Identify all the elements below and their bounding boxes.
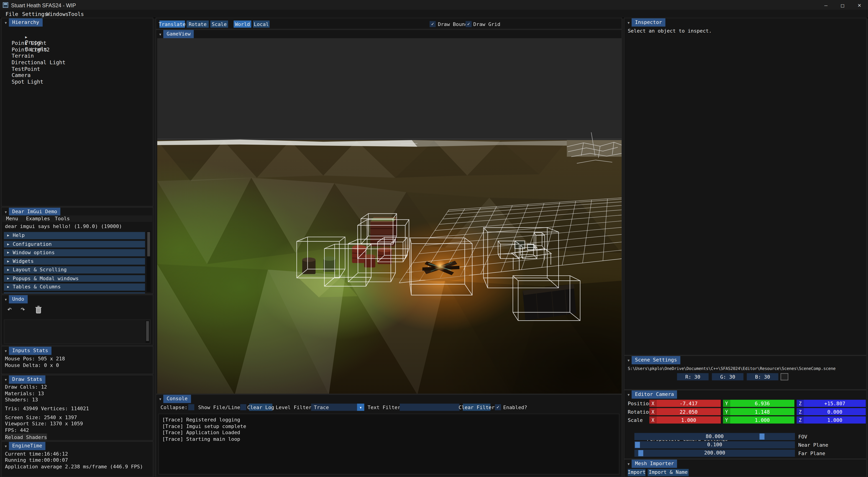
scale-y-field[interactable]: 1.000 <box>730 416 795 424</box>
tab-draw-stats[interactable]: Draw Stats <box>9 375 45 383</box>
fov-slider[interactable]: 80.000 <box>634 433 795 440</box>
demo-section-configuration[interactable]: ▶Configuration <box>4 241 145 247</box>
chevron-down-icon[interactable]: ▼ <box>3 297 9 301</box>
local-space-button[interactable]: Local <box>253 21 270 28</box>
clear-filter-button[interactable]: Clear Filter <box>463 404 491 411</box>
slider-grab[interactable] <box>760 434 765 440</box>
tree-item-spot-light[interactable]: Spot Light <box>11 79 43 85</box>
tab-imgui-demo[interactable]: Dear ImGui Demo <box>9 207 61 215</box>
draw-bounds-checkbox[interactable]: ✓ <box>430 21 436 27</box>
position-y-field[interactable]: 6.936 <box>730 400 795 407</box>
world-space-button[interactable]: World <box>234 21 251 28</box>
scale-z-field[interactable]: 1.000 <box>804 416 866 424</box>
scale-button[interactable]: Scale <box>211 21 228 28</box>
demo-section-inputs[interactable]: ▶Inputs & Focus <box>4 292 145 294</box>
near-plane-slider[interactable]: 0.100 <box>634 441 795 448</box>
rotate-button[interactable]: Rotate <box>187 21 209 28</box>
tab-inspector[interactable]: Inspector <box>631 18 665 26</box>
minimize-button[interactable]: – <box>818 0 834 10</box>
rotation-x-axis[interactable]: X <box>649 408 657 415</box>
tree-item-terrain[interactable]: Terrain <box>11 53 34 59</box>
rotation-y-axis[interactable]: Y <box>723 408 730 415</box>
chevron-down-icon[interactable]: ▼ <box>157 32 163 36</box>
demo-scrollbar[interactable] <box>147 231 151 292</box>
clear-color-swatch[interactable] <box>780 373 788 380</box>
chevron-down-icon[interactable]: ▼ <box>3 349 9 352</box>
tab-gameview[interactable]: GameView <box>163 30 194 38</box>
far-plane-slider[interactable]: 200.000 <box>634 450 795 456</box>
scale-x-field[interactable]: 1.000 <box>657 416 721 424</box>
tree-item-point-light2[interactable]: Point Light2 <box>11 47 50 53</box>
chevron-down-icon[interactable]: ▼ <box>157 396 163 400</box>
rotation-z-axis[interactable]: Z <box>797 408 804 415</box>
tab-editor-camera[interactable]: Editor Camera <box>631 390 677 398</box>
maximize-button[interactable]: □ <box>834 0 851 10</box>
undo-scrollbar[interactable] <box>146 321 149 342</box>
demo-menu-examples[interactable]: Examples <box>26 216 50 221</box>
enabled-checkbox[interactable]: ✓ <box>495 404 501 410</box>
clear-color-g-slider[interactable]: G: 30 <box>712 373 744 380</box>
collapse-checkbox[interactable] <box>188 404 194 410</box>
trash-icon[interactable] <box>35 306 42 314</box>
chevron-down-icon[interactable]: ▼ <box>625 358 631 362</box>
chevron-down-icon[interactable]: ▼ <box>3 377 9 381</box>
menu-settings[interactable]: Settings <box>22 11 48 17</box>
tab-undo[interactable]: Undo <box>9 295 28 303</box>
translate-button[interactable]: Translate <box>159 21 185 28</box>
tab-engine-time[interactable]: EngineTime <box>9 442 45 450</box>
chevron-down-icon[interactable]: ▼ <box>3 210 9 213</box>
chevron-down-icon[interactable]: ▼ <box>3 444 9 448</box>
tab-inputs-stats[interactable]: Inputs Stats <box>9 346 52 354</box>
position-x-field[interactable]: -7.417 <box>657 400 721 407</box>
scale-x-axis[interactable]: X <box>649 416 657 424</box>
menu-windows[interactable]: Windows <box>46 11 68 17</box>
reload-shaders-button[interactable]: Reload Shaders <box>5 434 47 441</box>
chevron-down-icon[interactable]: ▼ <box>625 461 631 466</box>
rotation-y-field[interactable]: 1.148 <box>730 408 795 415</box>
tree-item-camera[interactable]: Camera <box>11 72 31 78</box>
position-z-field[interactable]: +15.807 <box>804 400 866 407</box>
menu-file[interactable]: File <box>5 11 18 17</box>
clear-color-r-slider[interactable]: R: 30 <box>677 373 709 380</box>
rotation-z-field[interactable]: 0.000 <box>804 408 866 415</box>
chevron-down-icon[interactable]: ▼ <box>625 392 631 396</box>
menu-tools[interactable]: Tools <box>68 11 84 17</box>
close-button[interactable]: × <box>851 0 868 10</box>
level-filter-combo[interactable]: Trace ▼ <box>311 404 364 411</box>
position-y-axis[interactable]: Y <box>723 400 730 407</box>
tree-item-directional-light[interactable]: Directional Light <box>11 59 65 65</box>
chevron-down-icon[interactable]: ▼ <box>625 20 631 24</box>
viewport-3d[interactable] <box>157 38 622 394</box>
tab-hierarchy[interactable]: Hierarchy <box>9 18 42 26</box>
demo-section-widgets[interactable]: ▶Widgets <box>4 258 145 265</box>
clear-color-b-slider[interactable]: B: 30 <box>747 373 778 380</box>
demo-section-tables[interactable]: ▶Tables & Columns <box>4 284 145 290</box>
tab-console[interactable]: Console <box>163 394 191 403</box>
tab-scene-settings[interactable]: Scene Settings <box>631 356 680 364</box>
show-file-checkbox[interactable] <box>240 404 246 410</box>
chevron-down-icon[interactable]: ▼ <box>3 20 9 24</box>
clear-log-button[interactable]: Clear Log <box>249 404 272 411</box>
demo-menu-tools[interactable]: Tools <box>55 216 70 221</box>
demo-section-window-options[interactable]: ▶Window options <box>4 249 145 256</box>
scale-z-axis[interactable]: Z <box>797 416 804 424</box>
tab-mesh-importer[interactable]: Mesh Importer <box>631 459 677 468</box>
scale-y-axis[interactable]: Y <box>723 416 730 424</box>
tree-item-point-light[interactable]: Point Light <box>11 40 46 46</box>
text-filter-input[interactable] <box>400 404 459 411</box>
slider-grab[interactable] <box>638 450 643 456</box>
demo-menu-menu[interactable]: Menu <box>6 216 18 221</box>
demo-section-popups[interactable]: ▶Popups & Modal windows <box>4 275 145 282</box>
console-log[interactable]: [Trace] Registered logging [Trace] Imgui… <box>158 414 620 475</box>
undo-icon[interactable]: ↶ <box>7 304 12 314</box>
demo-section-layout[interactable]: ▶Layout & Scrolling <box>4 266 145 273</box>
redo-icon[interactable]: ↷ <box>21 304 25 314</box>
rotation-x-field[interactable]: 22.050 <box>657 408 721 415</box>
position-z-axis[interactable]: Z <box>797 400 804 407</box>
import-and-name-button[interactable]: Import & Name <box>648 469 689 476</box>
position-x-axis[interactable]: X <box>649 400 657 407</box>
slider-grab[interactable] <box>635 442 640 448</box>
combo-arrow-button[interactable]: ▼ <box>357 404 365 411</box>
demo-section-help[interactable]: ▶Help <box>4 232 145 239</box>
draw-grid-checkbox[interactable]: ✓ <box>466 21 472 27</box>
